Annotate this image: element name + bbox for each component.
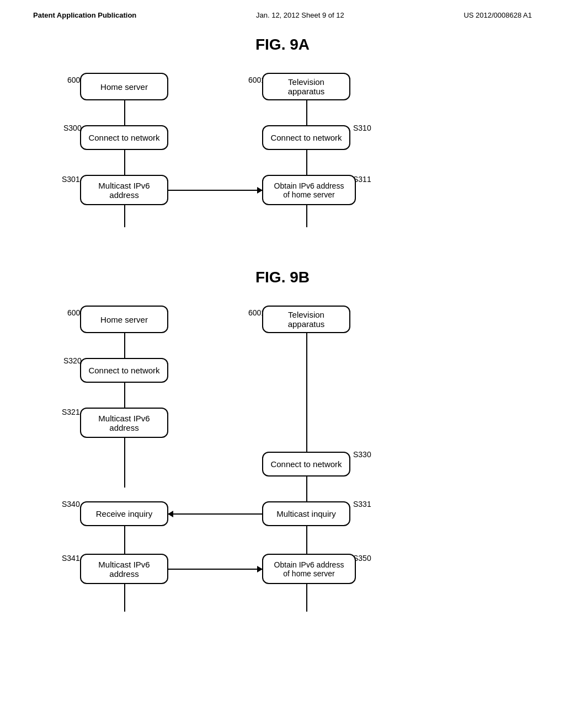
page-header: Patent Application Publication Jan. 12, … [33,11,532,25]
fig9b-title: FIG. 9B [33,269,532,286]
s310-label: S310 [353,124,371,132]
connect-network-320-box: Connect to network [80,358,168,383]
vline-below-331 [306,526,307,554]
s300-label: S300 [63,124,82,132]
vline-tv-9a [306,100,307,125]
connect-network-300-box: Connect to network [80,125,168,150]
vline-homeserver-9a [124,100,125,125]
multicast-inquiry-331-box: Multicast inquiry [262,501,350,526]
s301-label: S301 [62,175,80,184]
obtain-ipv6-350-box: Obtain IPv6 address of home server [262,554,356,584]
vline-connect310 [306,150,307,175]
fig9a-title: FIG. 9A [33,36,532,53]
multicast-ipv6-321-box: Multicast IPv6 address [80,408,168,438]
s340-label: S340 [62,500,80,508]
vline-connect320 [124,383,125,408]
receive-inquiry-340-box: Receive inquiry [80,501,168,526]
s331-label: S331 [353,500,371,508]
home-server-box-9a: Home server [80,73,168,100]
tv-box-9b: Television apparatus [262,306,350,333]
vline-below-311 [306,205,307,227]
vline-homeserver-9b [124,333,125,358]
vline-below-301 [124,205,125,227]
arrow-331-to-340 [168,513,262,515]
vline-connect330 [306,477,307,501]
connect-network-330-box: Connect to network [262,452,350,477]
header-publication: Patent Application Publication [33,11,136,19]
multicast-ipv6-341-box: Multicast IPv6 address [80,554,168,584]
vline-tv-9b [306,333,307,452]
multicast-ipv6-301-box: Multicast IPv6 address [80,175,168,205]
vline-below-321 [124,438,125,488]
header-date-sheet: Jan. 12, 2012 Sheet 9 of 12 [256,11,344,19]
s341-label: S341 [62,554,80,563]
vline-connect300 [124,150,125,175]
s321-label: S321 [62,408,80,416]
home-server-box-9b: Home server [80,306,168,333]
fig9b-diagram: 6003 Home server 6001 Television apparat… [33,303,532,645]
vline-below-350 [306,584,307,612]
arrow-301-to-311 [168,190,262,191]
tv-box-9a: Television apparatus [262,73,350,100]
s320-label: S320 [63,356,82,365]
s330-label: S330 [353,450,371,459]
vline-below-341 [124,584,125,612]
arrow-341-to-350 [168,569,262,570]
page: Patent Application Publication Jan. 12, … [0,0,565,728]
fig9a-diagram: 6003 Home server 6001 Television apparat… [33,70,532,247]
header-patent-number: US 2012/0008628 A1 [463,11,532,19]
connect-network-310-box: Connect to network [262,125,350,150]
obtain-ipv6-311-box: Obtain IPv6 address of home server [262,175,356,205]
vline-below-340 [124,526,125,554]
